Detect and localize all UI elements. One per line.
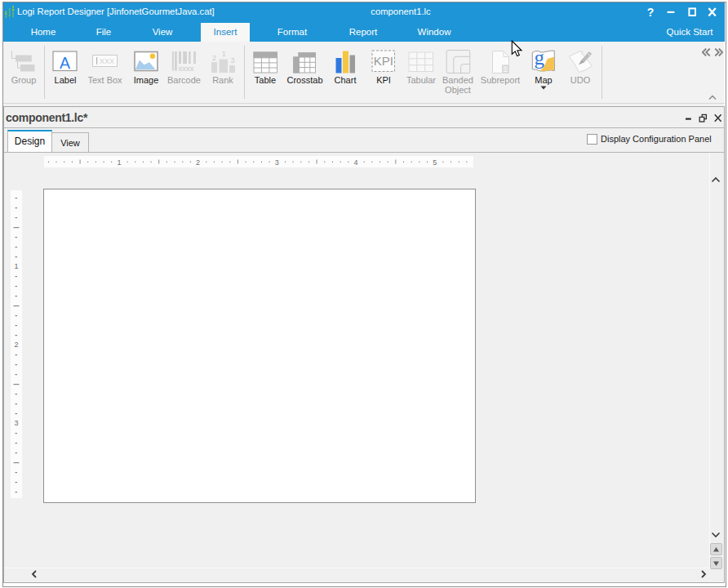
svg-text:3: 3: [275, 158, 279, 167]
svg-text:xxxx: xxxx: [179, 64, 194, 73]
svg-text:2: 2: [212, 54, 216, 62]
svg-text:3: 3: [231, 56, 235, 65]
svg-text:A: A: [60, 54, 70, 72]
svg-text:XXX: XXX: [100, 57, 114, 65]
svg-text:3: 3: [14, 419, 18, 427]
svg-text:g: g: [535, 47, 545, 69]
svg-text:1: 1: [117, 158, 121, 167]
svg-text:2: 2: [196, 158, 200, 167]
svg-text:1: 1: [14, 262, 18, 270]
svg-text:5: 5: [433, 158, 437, 167]
svg-text:2: 2: [14, 341, 18, 349]
svg-text:4: 4: [353, 158, 357, 167]
svg-text:1: 1: [222, 50, 226, 58]
svg-text:KPI: KPI: [374, 54, 393, 68]
